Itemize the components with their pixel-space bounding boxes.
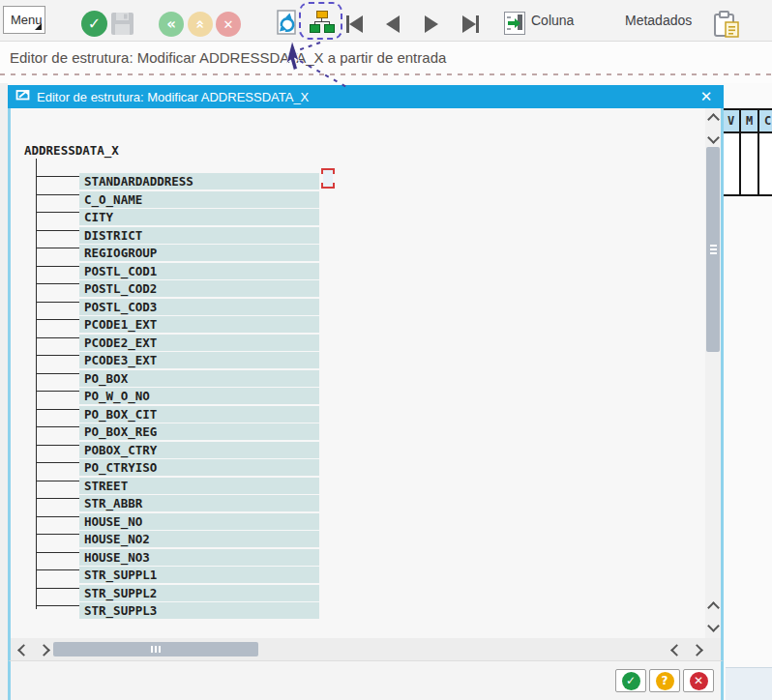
save-floppy-icon	[109, 10, 135, 38]
background-table-cell	[757, 131, 772, 196]
thumb-grip-icon	[151, 646, 161, 653]
cancel-button[interactable]: ✕	[216, 12, 241, 37]
first-record-button[interactable]	[346, 15, 363, 34]
refresh-page-icon	[273, 8, 299, 38]
title-row: Editor de estrutura: Modificar ADDRESSDA…	[0, 42, 772, 83]
background-left-strip	[0, 83, 8, 700]
scroll-right-icon[interactable]	[691, 644, 703, 656]
horizontal-scrollbar-thumb[interactable]	[53, 642, 258, 656]
double-chevron-left-icon: «	[166, 15, 176, 33]
tree-node[interactable]: PO_BOX_REG	[79, 423, 319, 440]
tree-node[interactable]: DISTRICT	[79, 227, 319, 244]
dialog-footer-buttons: ✓?✕	[8, 660, 724, 700]
save-button[interactable]	[109, 10, 135, 42]
tree-node[interactable]: PO_BOX_CIT	[79, 406, 319, 423]
tree-node[interactable]: PO_W_O_NO	[79, 388, 319, 404]
tree-node[interactable]: REGIOGROUP	[79, 245, 319, 261]
end-bar-icon	[476, 15, 479, 33]
tree-trunk-line	[36, 159, 37, 609]
cancel-button[interactable]: ✕	[683, 669, 714, 692]
tree-node[interactable]: STR_ABBR	[79, 495, 319, 511]
background-panel	[726, 667, 772, 700]
tree-node[interactable]: PCODE1_EXT	[79, 316, 319, 333]
tree-node[interactable]: CITY	[79, 209, 319, 225]
tree-node[interactable]: PO_CTRYISO	[79, 459, 319, 476]
triangle-left-icon	[349, 15, 363, 33]
background-table-cell	[721, 131, 741, 196]
sap-window: Menu ✓ « « ✕	[0, 0, 772, 700]
menu-dropdown-corner-icon	[35, 23, 42, 30]
clipboard-button[interactable]	[712, 10, 742, 43]
last-record-button[interactable]	[462, 15, 479, 34]
thumb-grip-icon	[710, 245, 717, 254]
check-icon: ✓	[88, 15, 101, 33]
tree-node[interactable]: STREET	[79, 478, 319, 494]
previous-record-icon	[386, 15, 400, 33]
dialog-body: ADDRESSDATA_X STANDARDADDRESSC_O_NAMECIT…	[8, 108, 724, 638]
scroll-left-icon[interactable]	[670, 644, 683, 656]
hierarchy-button[interactable]	[310, 10, 335, 35]
tree-node[interactable]: POSTL_COD3	[79, 299, 319, 315]
structure-editor-icon	[15, 88, 31, 105]
scroll-right-icon[interactable]	[38, 644, 50, 656]
double-chevron-up-icon: «	[192, 19, 209, 29]
background-table-data-row	[723, 133, 772, 196]
page-title: Editor de estrutura: Modificar ADDRESSDA…	[10, 49, 446, 66]
tree-node[interactable]: C_O_NAME	[79, 191, 319, 208]
tree-node[interactable]: STR_SUPPL2	[79, 585, 319, 601]
next-record-icon	[425, 15, 438, 33]
back-button[interactable]: «	[159, 12, 184, 37]
metadata-button[interactable]: Metadados	[625, 13, 692, 28]
question-circle-icon: ?	[656, 672, 674, 690]
background-table-header-row: VMC	[723, 108, 772, 133]
tree-node[interactable]: HOUSE_NO2	[79, 531, 319, 547]
background-table: VMC	[723, 108, 772, 196]
next-record-button[interactable]	[425, 15, 438, 34]
background-table-header-cell: M	[739, 108, 759, 133]
background-table-header-cell: V	[721, 108, 741, 133]
confirm-button[interactable]: ✓	[615, 669, 646, 692]
tree-node[interactable]: POSTL_COD1	[79, 263, 319, 279]
confirm-button[interactable]: ✓	[81, 11, 107, 37]
close-button[interactable]: ✕	[697, 87, 716, 106]
scroll-left-icon[interactable]	[17, 644, 30, 656]
tree-node[interactable]: STR_SUPPL1	[79, 567, 319, 583]
dialog-titlebar[interactable]: Editor de estrutura: Modificar ADDRESSDA…	[8, 85, 724, 108]
menu-button[interactable]: Menu	[3, 6, 45, 34]
structure-editor-dialog: Editor de estrutura: Modificar ADDRESSDA…	[8, 85, 724, 700]
tree-node[interactable]: HOUSE_NO	[79, 513, 319, 530]
x-icon: ✕	[223, 17, 234, 32]
dialog-title: Editor de estrutura: Modificar ADDRESSDA…	[37, 90, 309, 104]
toolbar: Menu ✓ « « ✕	[0, 0, 772, 42]
tree-node[interactable]: STANDARDADDRESS	[79, 173, 319, 190]
horizontal-scrollbar	[8, 638, 724, 661]
background-table-header-cell: C	[757, 108, 772, 133]
column-button-label[interactable]: Coluna	[531, 13, 574, 28]
tree-node[interactable]: POSTL_COD2	[79, 280, 319, 297]
background-table-cell	[739, 131, 759, 196]
column-button[interactable]	[504, 12, 525, 35]
drag-indicator-line	[0, 73, 772, 75]
exit-button[interactable]: «	[188, 12, 213, 37]
tree-node[interactable]: POBOX_CTRY	[79, 442, 319, 458]
check-circle-icon: ✓	[622, 672, 640, 690]
tree-node[interactable]: PCODE3_EXT	[79, 352, 319, 368]
help-button[interactable]: ?	[649, 669, 680, 692]
cancel-circle-icon: ✕	[690, 672, 708, 690]
drop-target-marker	[321, 168, 335, 189]
tree-node[interactable]: PO_BOX	[79, 370, 319, 387]
vertical-scrollbar-thumb[interactable]	[706, 147, 720, 352]
paste-clipboard-icon	[712, 10, 742, 39]
last-record-icon	[462, 15, 476, 33]
refresh-button[interactable]	[273, 8, 299, 42]
tree-node[interactable]: PCODE2_EXT	[79, 335, 319, 351]
tree-node[interactable]: HOUSE_NO3	[79, 549, 319, 566]
tree-root-node[interactable]: ADDRESSDATA_X	[24, 143, 119, 158]
previous-record-button[interactable]	[386, 15, 400, 34]
tree-node[interactable]: STR_SUPPL3	[79, 602, 319, 619]
